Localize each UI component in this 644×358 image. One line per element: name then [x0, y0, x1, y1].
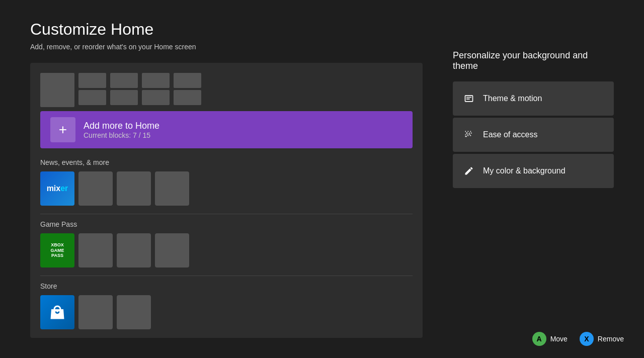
left-panel: Customize Home Add, remove, or reorder w…	[30, 20, 423, 338]
preview-tile	[110, 73, 138, 88]
mixer-tile[interactable]: mixer	[40, 171, 74, 206]
theme-icon	[463, 93, 475, 105]
page-subtitle: Add, remove, or reorder what's on your H…	[30, 43, 423, 51]
gamepass-tile-1	[78, 233, 113, 267]
a-button: A	[532, 332, 546, 346]
preview-tile	[110, 90, 138, 105]
tile-row-1	[78, 73, 201, 88]
move-label: Move	[550, 335, 568, 343]
news-tile-3	[155, 171, 189, 206]
add-icon: +	[50, 117, 75, 142]
preview-tile	[78, 73, 106, 88]
personalize-title: Personalize your background and theme	[453, 50, 614, 71]
theme-svg	[464, 94, 474, 104]
store-tile-2	[117, 295, 151, 329]
gamepass-tile-2	[117, 233, 151, 267]
news-tile-2	[117, 171, 151, 206]
section-gamepass: Game Pass XBOXGAMEPASS	[40, 220, 413, 267]
page-title: Customize Home	[30, 20, 423, 39]
right-panel: Personalize your background and theme Th…	[453, 20, 614, 338]
accessibility-svg	[464, 130, 474, 140]
section-store: Store	[40, 282, 413, 329]
bottom-controls: A Move X Remove	[532, 332, 624, 346]
divider-1	[40, 214, 413, 214]
preview-tile	[78, 90, 106, 105]
preview-tile	[142, 90, 170, 105]
paint-svg	[464, 166, 474, 176]
move-control[interactable]: A Move	[532, 332, 568, 346]
gamepass-tile-3	[155, 233, 189, 267]
accessibility-icon	[463, 129, 475, 141]
section-news-tiles: mixer	[40, 171, 413, 206]
section-gamepass-tiles: XBOXGAMEPASS	[40, 233, 413, 267]
section-news-label: News, events, & more	[40, 158, 413, 166]
section-store-label: Store	[40, 282, 413, 290]
ease-of-access-label: Ease of access	[483, 130, 538, 139]
preview-tile-large	[40, 73, 74, 107]
add-home-label: Add more to Home	[84, 121, 159, 131]
home-preview: + Add more to Home Current blocks: 7 / 1…	[30, 63, 423, 338]
preview-tile	[142, 73, 170, 88]
store-tile[interactable]	[40, 295, 74, 329]
menu-item-color[interactable]: My color & background	[453, 154, 614, 188]
store-tile-1	[78, 295, 113, 329]
tile-row-2	[78, 90, 201, 105]
news-tile-1	[78, 171, 113, 206]
add-home-sublabel: Current blocks: 7 / 15	[84, 131, 159, 139]
menu-item-accessibility[interactable]: Ease of access	[453, 118, 614, 152]
section-gamepass-label: Game Pass	[40, 220, 413, 228]
theme-motion-label: Theme & motion	[483, 94, 542, 103]
x-button: X	[580, 332, 594, 346]
top-tiles-area	[40, 73, 413, 107]
preview-tile	[174, 73, 201, 88]
preview-small-tiles	[78, 73, 201, 107]
section-store-tiles	[40, 295, 413, 329]
menu-item-theme[interactable]: Theme & motion	[453, 81, 614, 116]
color-background-label: My color & background	[483, 166, 566, 175]
remove-control[interactable]: X Remove	[580, 332, 624, 346]
paint-icon	[463, 165, 475, 177]
section-news: News, events, & more mixer	[40, 158, 413, 206]
add-home-text: Add more to Home Current blocks: 7 / 15	[84, 121, 159, 139]
gamepass-tile[interactable]: XBOXGAMEPASS	[40, 233, 74, 267]
preview-tile	[174, 90, 201, 105]
remove-label: Remove	[598, 335, 624, 343]
store-bag-icon	[48, 303, 66, 321]
divider-2	[40, 276, 413, 276]
add-home-button[interactable]: + Add more to Home Current blocks: 7 / 1…	[40, 111, 413, 148]
